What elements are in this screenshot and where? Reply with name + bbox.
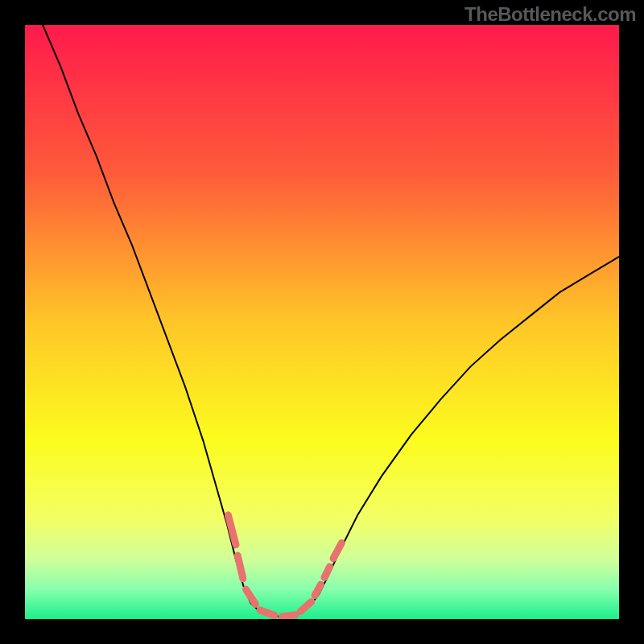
- gradient-background: [25, 25, 619, 619]
- chart-svg: [25, 25, 619, 619]
- highlight-dashes-segment: [260, 610, 275, 616]
- watermark-text: TheBottleneck.com: [464, 3, 636, 26]
- highlight-dashes-segment: [283, 615, 295, 617]
- chart-plot-area: [25, 25, 619, 619]
- highlight-dashes-segment: [324, 567, 330, 577]
